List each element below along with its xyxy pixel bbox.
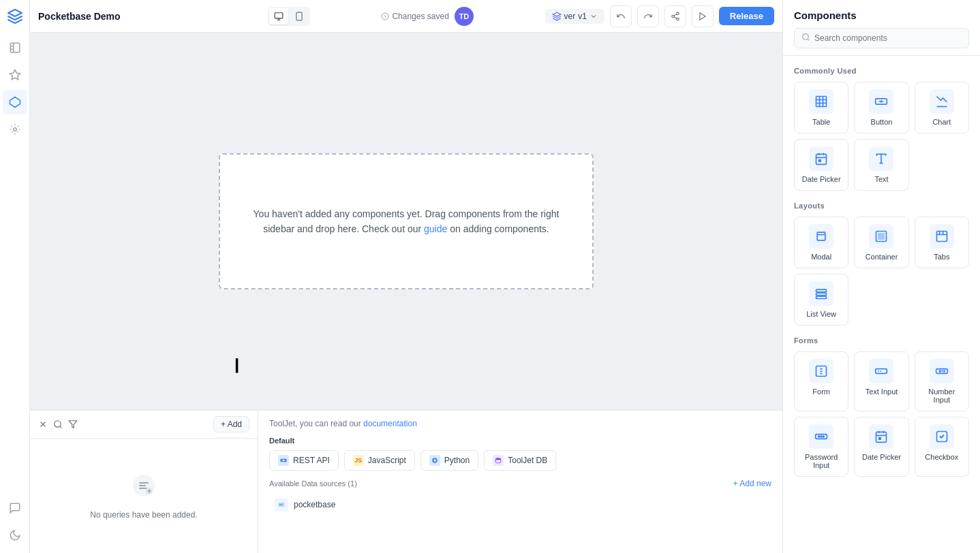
- sidebar-item-settings[interactable]: [3, 117, 27, 142]
- drop-zone[interactable]: You haven't added any components yet. Dr…: [219, 153, 594, 289]
- commonly-used-grid: Table Button Chart Date Pi: [794, 82, 969, 191]
- query-panel: + Add No queries have been added.: [30, 411, 258, 553]
- ds-default-label: Default: [269, 437, 771, 445]
- svg-rect-36: [936, 369, 947, 374]
- query-empty-icon: [130, 472, 157, 505]
- sidebar-item-components[interactable]: [3, 90, 27, 114]
- svg-rect-29: [882, 237, 884, 239]
- add-new-btn[interactable]: + Add new: [733, 479, 771, 488]
- container-icon: [869, 224, 893, 249]
- svg-point-7: [672, 15, 675, 18]
- svg-rect-30: [936, 232, 947, 242]
- svg-rect-27: [882, 234, 884, 236]
- date-picker-form-label: Date Picker: [862, 453, 901, 461]
- ds-intro: ToolJet, you can read our documentation: [269, 419, 771, 428]
- svg-rect-32: [816, 293, 827, 295]
- rest-api-icon: [278, 455, 289, 466]
- tabs-icon: [930, 224, 954, 249]
- svg-rect-28: [878, 237, 881, 239]
- filter-icon[interactable]: [68, 420, 78, 429]
- button-label: Button: [871, 118, 893, 126]
- form-label: Form: [812, 388, 830, 396]
- component-tabs[interactable]: Tabs: [915, 217, 969, 268]
- filter-clear-icon[interactable]: [38, 420, 48, 429]
- javascript-btn[interactable]: JS JavaScript: [344, 450, 415, 471]
- tooljet-db-btn[interactable]: ToolJet DB: [484, 450, 556, 471]
- component-form[interactable]: Form: [794, 351, 848, 411]
- text-input-icon: [869, 359, 893, 383]
- svg-point-2: [13, 128, 16, 131]
- svg-rect-42: [879, 438, 881, 440]
- component-container[interactable]: Container: [854, 217, 908, 268]
- svg-rect-22: [819, 160, 821, 162]
- app-title: Pocketbase Demo: [38, 11, 262, 22]
- svg-rect-41: [876, 432, 887, 442]
- component-table[interactable]: Table: [794, 82, 848, 133]
- text-comp-icon: [869, 146, 893, 171]
- component-button[interactable]: Button: [854, 82, 908, 133]
- date-picker-icon: [809, 146, 833, 171]
- component-chart[interactable]: Chart: [915, 82, 969, 133]
- mobile-view-btn[interactable]: [290, 8, 309, 25]
- guide-link[interactable]: guide: [424, 223, 447, 234]
- rest-api-btn[interactable]: REST API: [269, 450, 339, 471]
- canvas[interactable]: You haven't added any components yet. Dr…: [30, 33, 782, 410]
- redo-btn[interactable]: [637, 5, 659, 27]
- sidebar-item-pages[interactable]: [3, 35, 27, 60]
- app-logo: [4, 5, 26, 27]
- version-selector[interactable]: ver v1: [545, 9, 604, 24]
- sidebar-item-chat[interactable]: [3, 496, 27, 520]
- sidebar-item-moon[interactable]: [3, 523, 27, 548]
- number-input-icon: [930, 359, 954, 383]
- form-icon: [809, 359, 833, 383]
- component-text[interactable]: Text: [854, 139, 908, 191]
- drop-zone-text: You haven't added any components yet. Dr…: [236, 206, 576, 237]
- component-date-picker-form[interactable]: Date Picker: [854, 417, 908, 477]
- add-query-button[interactable]: + Add: [213, 416, 249, 432]
- undo-btn[interactable]: [610, 5, 632, 27]
- search-box[interactable]: [794, 28, 969, 48]
- pocketbase-datasource[interactable]: pocketbase: [269, 494, 771, 516]
- main-area: Pocketbase Demo Changes saved TD ver v1: [30, 0, 782, 553]
- component-password-input[interactable]: Password Input: [794, 417, 848, 477]
- release-button[interactable]: Release: [719, 7, 774, 25]
- svg-rect-19: [816, 97, 827, 107]
- tabs-label: Tabs: [934, 253, 949, 261]
- user-avatar[interactable]: TD: [455, 7, 474, 26]
- svg-point-39: [821, 436, 822, 437]
- documentation-link[interactable]: documentation: [363, 419, 417, 428]
- password-input-label: Password Input: [799, 453, 844, 469]
- list-view-label: List View: [806, 310, 836, 318]
- bottom-panel: + Add No queries have been added.: [30, 410, 782, 553]
- desktop-view-btn[interactable]: [269, 8, 288, 25]
- view-toggles: [268, 7, 310, 26]
- search-query-icon[interactable]: [53, 420, 63, 429]
- svg-rect-0: [10, 43, 20, 52]
- svg-rect-3: [275, 12, 283, 18]
- list-view-icon: [809, 281, 833, 306]
- preview-btn[interactable]: [692, 5, 714, 27]
- component-list-view[interactable]: List View: [794, 274, 848, 326]
- component-number-input[interactable]: Number Input: [915, 351, 969, 411]
- tooljet-db-icon: [493, 455, 504, 466]
- python-btn[interactable]: Python: [420, 450, 478, 471]
- component-text-input[interactable]: Text Input: [854, 351, 908, 411]
- available-datasources-header: Available Data sources (1) + Add new: [269, 479, 771, 488]
- container-label: Container: [866, 253, 898, 261]
- component-date-picker[interactable]: Date Picker: [794, 139, 848, 191]
- sidebar-item-inspector[interactable]: [3, 63, 27, 87]
- svg-marker-9: [700, 12, 705, 20]
- sidebar-content: Commonly Used Table Button C: [783, 56, 980, 553]
- share-btn[interactable]: [664, 5, 686, 27]
- forms-grid: Form Text Input Number Input: [794, 351, 969, 477]
- chart-icon: [930, 89, 954, 114]
- component-modal[interactable]: Modal: [794, 217, 848, 268]
- component-checkbox[interactable]: Checkbox: [915, 417, 969, 477]
- header-center: Changes saved TD: [316, 7, 540, 26]
- date-picker-form-icon: [869, 424, 893, 449]
- sidebar-title: Components: [794, 10, 969, 21]
- svg-point-40: [823, 436, 824, 437]
- search-input[interactable]: [814, 33, 962, 43]
- svg-point-18: [803, 34, 809, 40]
- svg-rect-26: [878, 234, 881, 236]
